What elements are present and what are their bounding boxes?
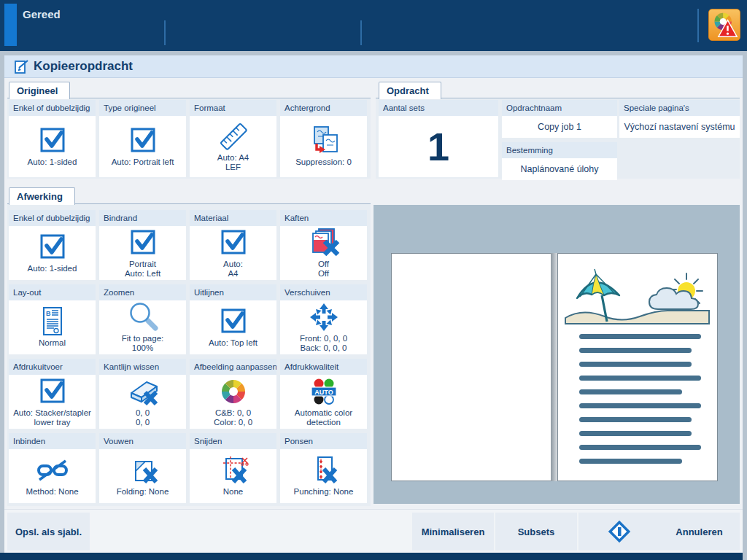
interrupt-button[interactable]	[578, 513, 660, 551]
preview-page-blank	[391, 253, 551, 481]
tile-caption: None	[223, 487, 244, 497]
tile-caption: Auto: A4 LEF	[217, 153, 249, 172]
tile-label: Type origineel	[99, 100, 186, 116]
tile-label: Snijden	[190, 433, 276, 449]
orig-tile-enkel-dubbelzijdig[interactable]: Enkel of dubbelzijdig Auto: 1-sided	[9, 100, 96, 177]
aantal-sets-value[interactable]: 1	[379, 116, 498, 177]
tile-label: Enkel of dubbelzijdig	[9, 210, 96, 226]
afw-tile-materiaal[interactable]: Materiaal Auto: A4	[190, 210, 276, 280]
orig-tile-achtergrond[interactable]: Achtergrond Suppression: 0	[280, 100, 367, 177]
tile-label: Kaften	[280, 210, 367, 226]
tile-caption: Automatic color detection	[295, 408, 352, 427]
afw-tile-kaften[interactable]: Kaften Off Off	[280, 210, 367, 280]
topbar-divider	[697, 9, 699, 42]
move-arrows-icon	[308, 303, 340, 332]
bestemming-label: Bestemming	[502, 142, 617, 158]
tile-caption: C&B: 0, 0 Color: 0, 0	[214, 408, 252, 427]
afw-tile-ponsen[interactable]: Ponsen Punching: None	[280, 433, 367, 503]
page-edit-icon	[13, 58, 31, 76]
minimize-button[interactable]: Minimaliseren	[412, 513, 494, 551]
tile-caption: Auto: A4	[223, 260, 243, 279]
tile-caption: Folding: None	[117, 487, 169, 497]
covers-off-icon	[308, 228, 340, 257]
tile-label: Ponsen	[280, 433, 367, 449]
page-title-bar: Kopieeropdracht	[4, 55, 743, 78]
tile-caption: Auto: Top left	[209, 338, 258, 348]
checkbox-checked-icon	[127, 126, 159, 155]
afw-tile-afdrukkwaliteit[interactable]: Afdrukkwaliteit Automatic color detectio…	[280, 359, 367, 429]
afw-tile-bindrand[interactable]: Bindrand Portrait Auto: Left	[99, 210, 186, 280]
unlink-icon	[36, 456, 69, 485]
afw-tile-uitlijnen[interactable]: Uitlijnen Auto: Top left	[190, 284, 276, 354]
tile-caption: Portrait Auto: Left	[125, 260, 160, 279]
tab-origineel[interactable]: Origineel	[9, 82, 70, 99]
tile-caption: Auto: 1-sided	[28, 158, 77, 167]
tile-label: Afdrukuitvoer	[9, 359, 96, 375]
afw-tile-layout[interactable]: Lay-out Normal	[9, 284, 96, 354]
background-suppression-icon	[308, 126, 340, 155]
topbar-divider	[164, 20, 166, 45]
tile-caption: Suppression: 0	[295, 158, 352, 167]
tile-caption: Normal	[39, 338, 66, 348]
afw-tile-snijden[interactable]: Snijden None	[190, 433, 276, 503]
afwerking-tiles: Enkel of dubbelzijdig Auto: 1-sided Bind…	[9, 210, 367, 503]
cancel-button[interactable]: Annuleren	[659, 513, 740, 551]
job-preview-area	[374, 205, 740, 504]
content-area: Kopieeropdracht Origineel Enkel of dubbe…	[4, 55, 743, 553]
preview-spine	[551, 253, 557, 481]
afw-tile-inbinden[interactable]: Inbinden Method: None	[9, 433, 96, 503]
tile-caption: Auto: Portrait left	[112, 158, 174, 167]
afw-tile-vouwen[interactable]: Vouwen Folding: None	[99, 433, 186, 503]
tile-label: Inbinden	[9, 433, 96, 449]
opdrachtnaam-field[interactable]: Copy job 1	[502, 116, 617, 138]
tile-caption: Punching: None	[294, 487, 354, 497]
tile-caption: Auto: Stacker/stapler lower tray	[13, 408, 91, 427]
tile-caption: Front: 0, 0, 0 Back: 0, 0, 0	[300, 334, 347, 353]
tab-opdracht[interactable]: Opdracht	[379, 82, 441, 99]
tile-label: Uitlijnen	[190, 284, 276, 300]
magnifier-icon	[127, 303, 159, 332]
footer-bar: Opsl. als sjabl. Minimaliseren Subsets A…	[4, 509, 743, 553]
afw-tile-zoomen[interactable]: Zoomen Fit to page: 100%	[99, 284, 186, 354]
afw-tile-verschuiven[interactable]: Verschuiven Front: 0, 0, 0 Back: 0, 0, 0	[280, 284, 367, 354]
tile-caption: Auto: 1-sided	[28, 264, 77, 273]
tile-label: Zoomen	[99, 284, 186, 300]
layout-document-icon	[36, 307, 69, 336]
origineel-tiles: Enkel of dubbelzijdig Auto: 1-sided Type…	[9, 100, 367, 177]
interrupt-diamond-icon	[603, 517, 635, 546]
auto-color-icon	[308, 377, 340, 406]
tile-caption: Method: None	[26, 487, 78, 497]
tile-label: Enkel of dubbelzijdig	[9, 100, 96, 116]
status-text: Gereed	[23, 8, 61, 20]
status-accent-bar	[4, 4, 17, 46]
tab-afwerking[interactable]: Afwerking	[9, 187, 75, 205]
preview-page-content	[557, 253, 718, 481]
eraser-crossed-icon	[127, 377, 159, 406]
orig-tile-formaat[interactable]: Formaat Auto: A4 LEF	[190, 100, 276, 177]
bestemming-field[interactable]: Naplánované úlohy	[502, 158, 617, 180]
cut-crossed-icon	[217, 456, 249, 485]
afw-tile-enkel-dubbelzijdig[interactable]: Enkel of dubbelzijdig Auto: 1-sided	[9, 210, 96, 280]
speciale-paginas-field[interactable]: Výchozí nastavení systému	[619, 116, 740, 138]
color-alert-button[interactable]	[708, 9, 740, 41]
page-title: Kopieeropdracht	[34, 59, 133, 74]
checkbox-checked-icon	[36, 126, 69, 155]
beach-document-illustration	[558, 254, 717, 481]
tile-label: Materiaal	[190, 210, 276, 226]
save-as-template-button[interactable]: Opsl. als sjabl.	[7, 513, 90, 551]
punch-crossed-icon	[308, 456, 340, 485]
afw-tile-afbeelding-aanpassen[interactable]: Afbeelding aanpassen C&B: 0, 0 Color: 0,…	[190, 359, 276, 429]
tile-label: Bindrand	[99, 210, 186, 226]
opdrachtnaam-label: Opdrachtnaam	[502, 100, 617, 116]
subsets-button[interactable]: Subsets	[495, 513, 577, 551]
afw-tile-afdrukuitvoer[interactable]: Afdrukuitvoer Auto: Stacker/stapler lowe…	[9, 359, 96, 429]
tile-label: Afbeelding aanpassen	[190, 359, 276, 375]
checkbox-checked-icon	[217, 228, 249, 257]
tile-label: Verschuiven	[280, 284, 367, 300]
afw-tile-kantlijn-wissen[interactable]: Kantlijn wissen 0, 0 0, 0	[99, 359, 186, 429]
topbar-divider	[360, 20, 362, 45]
orig-tile-type-origineel[interactable]: Type origineel Auto: Portrait left	[99, 100, 186, 177]
copier-app-window: Gereed Kopieeropdracht Origineel Enkel o…	[0, 0, 747, 560]
fold-crossed-icon	[127, 456, 159, 485]
tile-label: Formaat	[190, 100, 276, 116]
